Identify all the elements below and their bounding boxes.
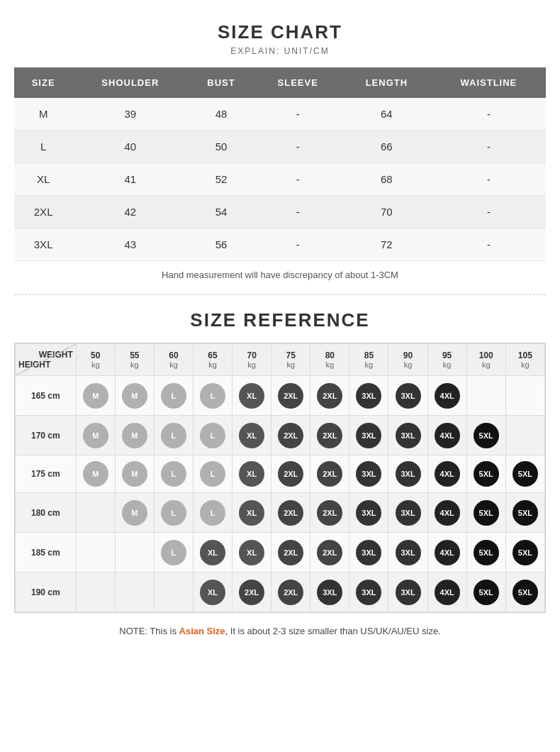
size-cell: 2XL (271, 533, 310, 573)
section-divider (14, 294, 546, 295)
height-cell: 170 cm (16, 416, 77, 455)
ref-table-row: 190 cmXL2XL2XL3XL3XL3XL4XL5XL5XL (16, 573, 545, 612)
size-cell: 2XL (310, 376, 349, 416)
size-cell: 5XL (466, 493, 505, 533)
size-cell: 3XL (349, 455, 388, 493)
size-cell: 3XL (310, 573, 349, 612)
size-cell: XL (194, 573, 233, 612)
weight-col-header: 105kg (505, 344, 544, 376)
table-row: XL4152-68- (14, 163, 546, 196)
ref-table-row: 185 cmLXLXL2XL2XL3XL3XL4XL5XL5XL (16, 533, 545, 573)
size-cell: 5XL (505, 493, 544, 533)
height-cell: 180 cm (16, 493, 77, 533)
size-cell: 4XL (427, 455, 466, 493)
size-cell: 3XL (388, 376, 427, 416)
table-cell: XL (14, 163, 72, 196)
size-cell: L (154, 533, 193, 573)
table-row: 3XL4356-72- (14, 228, 546, 261)
note-suffix: , It is about 2-3 size smaller than US/U… (225, 626, 441, 636)
size-cell: M (115, 376, 154, 416)
table-row: M3948-64- (14, 98, 546, 131)
size-cell: 3XL (388, 533, 427, 573)
table-cell: L (14, 131, 72, 163)
size-cell: 5XL (466, 416, 505, 455)
table-cell: - (254, 131, 342, 163)
weight-col-header: 60kg (154, 344, 193, 376)
size-cell: M (76, 455, 115, 493)
table-cell: 39 (72, 98, 188, 131)
size-cell: XL (233, 416, 271, 455)
size-cell: M (115, 416, 154, 455)
size-cell: 3XL (388, 573, 427, 612)
size-cell: M (115, 455, 154, 493)
weight-col-header: 80kg (310, 344, 349, 376)
chart-col-header: SHOULDER (72, 67, 188, 98)
size-cell: 3XL (349, 533, 388, 573)
size-cell: XL (233, 493, 271, 533)
weight-col-header: 100kg (466, 344, 505, 376)
table-cell: 70 (342, 196, 432, 228)
table-cell: - (432, 163, 546, 196)
table-cell: 66 (342, 131, 432, 163)
size-chart-subtitle: EXPLAIN: UNIT/CM (14, 46, 546, 56)
size-cell: 5XL (466, 455, 505, 493)
table-cell: - (432, 228, 546, 261)
size-cell: 2XL (271, 416, 310, 455)
size-chart-disclaimer: Hand measurement will have discrepancy o… (14, 270, 546, 280)
size-cell: XL (233, 376, 271, 416)
weight-col-header: 75kg (271, 344, 310, 376)
size-cell: L (194, 493, 233, 533)
size-cell: 5XL (466, 573, 505, 612)
size-cell: XL (233, 455, 271, 493)
size-cell: L (194, 455, 233, 493)
note-text: NOTE: This is Asian Size, It is about 2-… (14, 626, 546, 636)
table-cell: 48 (188, 98, 254, 131)
asian-size-label: Asian Size (179, 626, 225, 636)
size-cell: 5XL (505, 573, 544, 612)
height-cell: 190 cm (16, 573, 77, 612)
size-cell: M (76, 376, 115, 416)
table-row: L4050-66- (14, 131, 546, 163)
size-cell: 3XL (349, 573, 388, 612)
table-cell: M (14, 98, 72, 131)
size-cell: 3XL (349, 376, 388, 416)
weight-col-header: 50kg (76, 344, 115, 376)
table-cell: - (432, 196, 546, 228)
size-cell: 4XL (427, 573, 466, 612)
size-cell: 2XL (271, 493, 310, 533)
table-cell: 72 (342, 228, 432, 261)
chart-col-header: SIZE (14, 67, 72, 98)
ref-table-row: 175 cmMMLLXL2XL2XL3XL3XL4XL5XL5XL (16, 455, 545, 493)
table-cell: 56 (188, 228, 254, 261)
size-cell (76, 493, 115, 533)
table-cell: - (432, 98, 546, 131)
size-cell: 3XL (349, 416, 388, 455)
size-cell: 5XL (505, 455, 544, 493)
size-cell: 3XL (388, 416, 427, 455)
table-cell: - (254, 228, 342, 261)
table-cell: 68 (342, 163, 432, 196)
weight-col-header: 95kg (427, 344, 466, 376)
size-cell: 2XL (271, 376, 310, 416)
table-cell: 50 (188, 131, 254, 163)
size-cell: M (76, 416, 115, 455)
size-cell (115, 573, 154, 612)
chart-col-header: LENGTH (342, 67, 432, 98)
size-cell (505, 376, 544, 416)
ref-table-row: 180 cmMLLXL2XL2XL3XL3XL4XL5XL5XL (16, 493, 545, 533)
ref-corner-header: WEIGHTHEIGHT (16, 344, 77, 376)
size-cell (76, 533, 115, 573)
size-cell: 4XL (427, 376, 466, 416)
ref-table-row: 170 cmMMLLXL2XL2XL3XL3XL4XL5XL (16, 416, 545, 455)
table-row: 2XL4254-70- (14, 196, 546, 228)
size-cell: 4XL (427, 533, 466, 573)
size-cell: 3XL (388, 455, 427, 493)
size-cell: 3XL (388, 493, 427, 533)
chart-col-header: BUST (188, 67, 254, 98)
size-cell: L (154, 376, 193, 416)
height-cell: 185 cm (16, 533, 77, 573)
table-cell: 43 (72, 228, 188, 261)
size-cell (76, 573, 115, 612)
note-prefix: NOTE: This is (119, 626, 179, 636)
size-cell: XL (194, 533, 233, 573)
